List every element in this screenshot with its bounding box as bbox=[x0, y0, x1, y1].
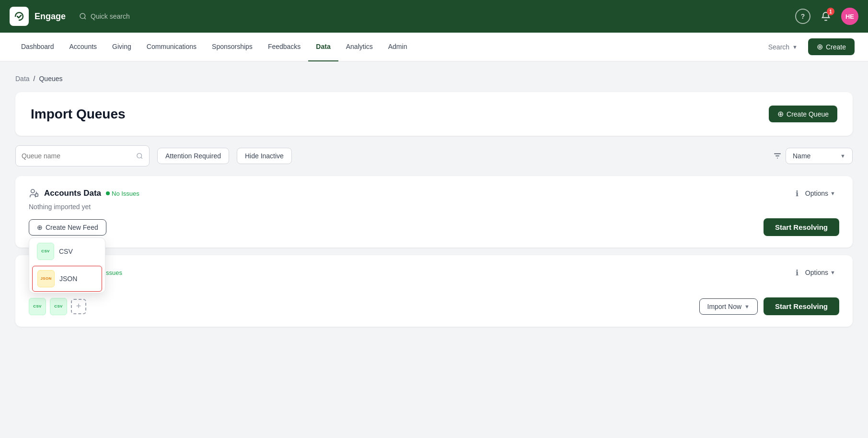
create-button[interactable]: ⊕ Create bbox=[808, 38, 855, 55]
create-feed-label: Create New Feed bbox=[46, 224, 98, 231]
accounts-data-actions: ⊕ Create New Feed CSV CSV JSON JSON Star… bbox=[29, 218, 839, 236]
nav-data[interactable]: Data bbox=[308, 33, 338, 61]
donations-options-chevron: ▼ bbox=[830, 270, 835, 275]
sort-chevron-icon: ▼ bbox=[840, 153, 845, 159]
notifications-button[interactable]: 1 bbox=[818, 9, 833, 24]
create-queue-button[interactable]: ⊕ Create Queue bbox=[769, 106, 837, 122]
search-nav-label: Search bbox=[768, 43, 789, 51]
quick-search[interactable]: Quick search bbox=[79, 12, 130, 20]
app-name: Engage bbox=[35, 12, 66, 22]
import-now-button[interactable]: Import Now ▼ bbox=[699, 298, 758, 315]
donations-feed-1-csv[interactable]: CSV bbox=[29, 298, 46, 315]
sort-label: Name bbox=[793, 152, 810, 160]
hide-inactive-filter[interactable]: Hide Inactive bbox=[237, 148, 292, 164]
logo-icon[interactable] bbox=[10, 7, 29, 26]
page-title: Import Queues bbox=[31, 107, 126, 122]
nav-communications[interactable]: Communications bbox=[139, 33, 204, 61]
donations-options-button[interactable]: Options ▼ bbox=[801, 267, 839, 278]
dropdown-json-label: JSON bbox=[59, 275, 77, 283]
accounts-data-options-button[interactable]: Options ▼ bbox=[801, 188, 839, 199]
breadcrumb-current: Queues bbox=[39, 75, 62, 83]
attention-required-filter[interactable]: Attention Required bbox=[157, 148, 229, 164]
donations-actions: CSV CSV + Import Now ▼ Start Resolving bbox=[29, 297, 839, 315]
create-label: Create bbox=[826, 43, 846, 51]
accounts-data-title: Accounts Data No Issues bbox=[29, 188, 139, 199]
main-content: Data / Queues Import Queues ⊕ Create Que… bbox=[0, 61, 868, 348]
dropdown-csv-label: CSV bbox=[59, 248, 73, 255]
accounts-data-name: Accounts Data bbox=[44, 189, 101, 198]
accounts-data-nothing-imported: Nothing imported yet bbox=[29, 203, 839, 211]
donations-feed-2-csv[interactable]: CSV bbox=[50, 298, 67, 315]
accounts-data-info-icon: ℹ bbox=[796, 189, 799, 198]
page-header-card: Import Queues ⊕ Create Queue bbox=[15, 92, 853, 136]
nav-analytics[interactable]: Analytics bbox=[338, 33, 381, 61]
import-now-label: Import Now bbox=[707, 303, 742, 310]
nav-right-actions: Search ▼ ⊕ Create bbox=[764, 38, 855, 55]
accounts-data-icon bbox=[29, 188, 39, 199]
donations-feeds-row: CSV CSV + bbox=[29, 298, 86, 315]
svg-rect-3 bbox=[35, 194, 38, 197]
user-avatar[interactable]: HE bbox=[841, 8, 858, 25]
dropdown-json-item[interactable]: JSON JSON bbox=[32, 266, 102, 292]
breadcrumb-separator: / bbox=[34, 75, 35, 83]
breadcrumb-parent[interactable]: Data bbox=[15, 75, 30, 83]
queue-search-field[interactable] bbox=[22, 152, 132, 160]
search-icon bbox=[136, 152, 143, 160]
svg-point-0 bbox=[80, 13, 85, 19]
top-bar-right: ? 1 HE bbox=[795, 8, 858, 25]
create-new-feed-button[interactable]: ⊕ Create New Feed bbox=[29, 219, 106, 236]
create-queue-label: Create Queue bbox=[787, 110, 829, 118]
donations-options-label: Options bbox=[805, 269, 828, 276]
accounts-data-status-label: No Issues bbox=[112, 190, 139, 197]
help-button[interactable]: ? bbox=[795, 9, 810, 24]
secondary-nav: Dashboard Accounts Giving Communications… bbox=[0, 33, 868, 61]
search-nav-btn[interactable]: Search ▼ bbox=[764, 40, 802, 54]
nav-dashboard[interactable]: Dashboard bbox=[13, 33, 62, 61]
donations-start-resolving-button[interactable]: Start Resolving bbox=[764, 297, 839, 315]
create-feed-plus-icon: ⊕ bbox=[37, 224, 43, 231]
sort-section: Name ▼ bbox=[773, 148, 853, 164]
donations-add-feed-button[interactable]: + bbox=[71, 299, 86, 314]
feed-type-dropdown: CSV CSV JSON JSON bbox=[29, 237, 105, 293]
accounts-data-options-label: Options bbox=[805, 189, 828, 197]
json-file-icon: JSON bbox=[37, 270, 55, 287]
donations-info-icon: ℹ bbox=[796, 268, 799, 277]
notif-badge: 1 bbox=[827, 8, 834, 15]
create-feed-wrapper: ⊕ Create New Feed CSV CSV JSON JSON bbox=[29, 219, 106, 236]
nav-feedbacks[interactable]: Feedbacks bbox=[260, 33, 308, 61]
accounts-data-status-dot bbox=[106, 191, 110, 195]
sort-select[interactable]: Name ▼ bbox=[786, 148, 853, 164]
donations-header: Donations No Issues ℹ Options ▼ bbox=[29, 267, 839, 278]
donations-queue-card: Donations No Issues ℹ Options ▼ Nothing … bbox=[15, 255, 853, 327]
filter-bar: Attention Required Hide Inactive Name ▼ bbox=[15, 145, 853, 166]
nav-accounts[interactable]: Accounts bbox=[62, 33, 105, 61]
csv-file-icon: CSV bbox=[37, 243, 54, 260]
accounts-data-start-resolving-button[interactable]: Start Resolving bbox=[764, 218, 839, 236]
donations-nothing-imported: Nothing imported yet bbox=[29, 282, 839, 290]
nav-sponsorships[interactable]: Sponsorships bbox=[204, 33, 260, 61]
create-queue-plus-icon: ⊕ bbox=[777, 109, 784, 118]
accounts-options-chevron: ▼ bbox=[830, 190, 835, 196]
breadcrumb: Data / Queues bbox=[15, 75, 853, 83]
nav-giving[interactable]: Giving bbox=[104, 33, 139, 61]
accounts-data-queue-card: Accounts Data No Issues ℹ Options ▼ Noth… bbox=[15, 176, 853, 248]
accounts-data-status: No Issues bbox=[106, 190, 139, 197]
search-chevron-icon: ▼ bbox=[792, 44, 798, 50]
queue-search-input[interactable] bbox=[15, 145, 150, 166]
create-plus-icon: ⊕ bbox=[817, 42, 823, 51]
accounts-data-header: Accounts Data No Issues ℹ Options ▼ bbox=[29, 188, 839, 199]
sort-icon bbox=[773, 152, 782, 160]
svg-point-1 bbox=[137, 154, 142, 158]
import-now-chevron: ▼ bbox=[744, 304, 750, 309]
svg-point-2 bbox=[31, 189, 35, 193]
top-bar: Engage Quick search ? 1 HE bbox=[0, 0, 868, 33]
quick-search-label: Quick search bbox=[91, 12, 130, 20]
dropdown-csv-item[interactable]: CSV CSV bbox=[29, 238, 105, 265]
nav-admin[interactable]: Admin bbox=[381, 33, 415, 61]
